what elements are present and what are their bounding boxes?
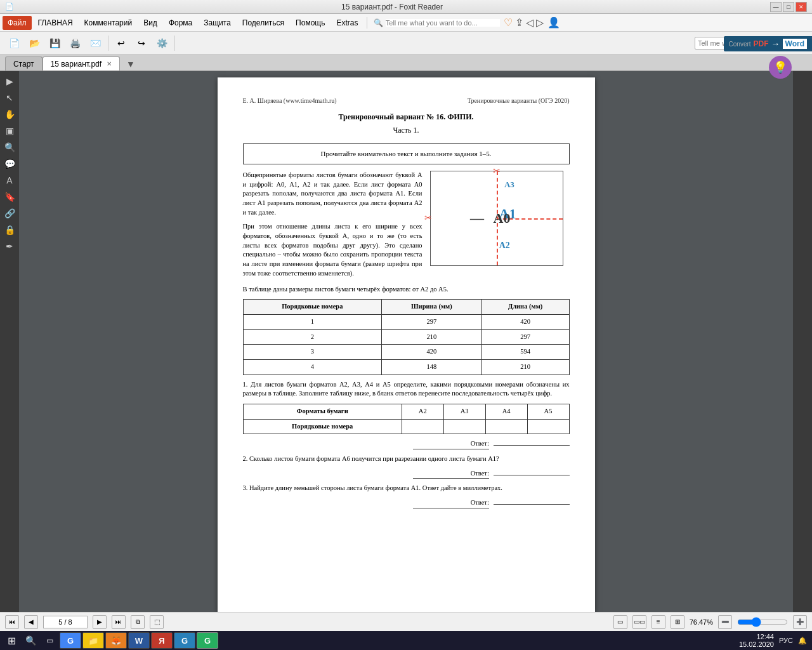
scan-button[interactable]: ⬚ [150,615,164,629]
open-button[interactable]: 📂 [25,34,43,52]
right-sidebar [793,71,812,612]
tool-select[interactable]: ▣ [2,123,17,138]
titlebar: 📄 15 вариант.pdf - Foxit Reader — □ ✕ [0,0,812,14]
cell-1-w: 297 [382,314,482,329]
tool-lock[interactable]: 🔒 [2,222,17,237]
save-button[interactable]: 💾 [46,34,63,52]
main-area: ▶ ↖ ✋ ▣ 🔍 💬 A 🔖 🔗 🔒 ✒ Е. А. Ширяева (www… [0,71,812,612]
menu-extras[interactable]: Extras [331,16,363,30]
tool-link[interactable]: 🔗 [2,206,17,221]
tool-expand[interactable]: ▶ [2,74,17,89]
close-window-button[interactable]: ✕ [796,2,807,12]
share-icon[interactable]: ⇪ [515,17,523,29]
prev-page-button[interactable]: ◀ [24,615,38,629]
word-app[interactable]: W [128,632,150,649]
lightbulb-button[interactable]: 💡 [769,56,792,79]
menu-view[interactable]: Вид [138,16,162,30]
toolbar: 📄 📂 💾 🖨️ ✉️ ↩ ↪ ⚙️ 🔍 ⚙ [0,32,812,55]
convert-label: Convert [729,41,751,48]
tell-me-input[interactable] [386,19,500,27]
table2-row2: Порядковые номера [243,419,569,434]
taskview-button[interactable]: ▭ [41,632,58,649]
word-label: Word [783,39,807,49]
page-number-input[interactable] [43,616,88,628]
foxit-app[interactable]: G [197,632,218,649]
tool-hand[interactable]: ✋ [2,107,17,122]
menu-form[interactable]: Форма [164,16,197,30]
start-button[interactable]: ⊞ [3,632,20,649]
menu-protect[interactable]: Защита [199,16,236,30]
cell-2-l: 297 [481,329,569,345]
favorites-icon[interactable]: ♡ [504,17,513,29]
print-button[interactable]: 🖨️ [66,34,84,52]
zoom-out-button[interactable]: ➖ [718,615,732,629]
tool-comment[interactable]: 💬 [2,156,17,171]
extra-button[interactable]: ⚙️ [153,34,171,52]
view-double[interactable]: ▭▭ [632,615,646,629]
zoom-in-button[interactable]: ➕ [793,615,807,629]
new-button[interactable]: 📄 [5,34,23,52]
table2-row1: Форматы бумаги А2 А3 А4 А5 [243,404,569,420]
menu-comment[interactable]: Комментарий [79,16,138,30]
tab-pdf[interactable]: 15 вариант.pdf ✕ [43,56,120,70]
menu-home[interactable]: ГЛАВНАЯ [33,16,78,30]
pdf-title: Тренировочный вариант № 16. ФИПИ. [243,112,570,123]
tell-me-searchbox[interactable]: 🔍 [374,18,499,27]
view-single[interactable]: ▭ [613,615,627,629]
chrome-app[interactable]: G [60,632,81,649]
table-row: 4 148 210 [243,359,569,375]
account-icon[interactable]: 👤 [547,17,560,29]
view-grid[interactable]: ⊞ [671,615,684,629]
a0-label: А0 [494,209,511,229]
cell-1-num: 1 [243,314,382,329]
back-icon[interactable]: ◁ [526,17,534,29]
next-page-button[interactable]: ▶ [93,615,107,629]
view-scroll[interactable]: ≡ [652,615,665,629]
tool-highlight[interactable]: A [2,173,17,188]
notification-icon[interactable]: 🔔 [798,637,807,645]
table-row: 1 297 420 [243,314,569,329]
toolbar-separator-2 [174,36,175,51]
menu-help[interactable]: Помощь [291,16,330,30]
firefox-app[interactable]: 🦊 [105,632,127,649]
paper-diagram: ✂ ✂ А3 А1 А2 — [430,171,563,266]
minimize-button[interactable]: — [770,2,782,12]
tool-sign[interactable]: ✒ [2,239,17,254]
left-sidebar: ▶ ↖ ✋ ▣ 🔍 💬 A 🔖 🔗 🔒 ✒ [0,71,19,612]
last-page-button[interactable]: ⏭ [112,615,126,629]
forward-icon[interactable]: ▷ [536,17,544,29]
tab-close-button[interactable]: ✕ [107,60,112,67]
minus-sign: — [470,209,484,229]
menu-share[interactable]: Поделиться [237,16,289,30]
cell-a3-val [443,419,485,434]
clock: 12:44 15.02.2020 [739,633,774,648]
tool-cursor[interactable]: ↖ [2,90,17,105]
yandex-app[interactable]: Я [151,632,173,649]
app6[interactable]: G [174,632,195,649]
redo-button[interactable]: ↪ [133,34,150,52]
email-button[interactable]: ✉️ [86,34,104,52]
copy-page-button[interactable]: ⧉ [131,615,145,629]
maximize-button[interactable]: □ [783,2,794,12]
search-button[interactable]: 🔍 [22,632,39,649]
cell-2-w: 210 [382,329,482,345]
tool-bookmark[interactable]: 🔖 [2,189,17,204]
tab-start[interactable]: Старт [5,56,43,70]
data-table-2: Форматы бумаги А2 А3 А4 А5 Порядковые но… [243,404,570,434]
pdf-subtitle: Часть 1. [243,125,570,136]
cell-a4-header: А4 [485,404,527,420]
tool-zoom[interactable]: 🔍 [2,140,17,155]
zoom-slider[interactable] [737,617,788,627]
menu-file[interactable]: Файл [3,16,32,30]
cell-3-num: 3 [243,345,382,360]
answer2-line: Ответ: [243,469,570,479]
convert-panel[interactable]: Convert PDF → Word [724,36,812,51]
tab-dropdown[interactable]: ▼ [122,58,139,70]
first-page-button[interactable]: ⏮ [5,615,19,629]
taskbar-right: 12:44 15.02.2020 РУС 🔔 [739,633,809,648]
table-intro: В таблице даны размеры листов бумаги чет… [243,285,570,295]
cell-a5-val [527,419,569,434]
undo-button[interactable]: ↩ [112,34,130,52]
explorer-app[interactable]: 📁 [82,632,104,649]
answer2-blank [494,475,570,475]
